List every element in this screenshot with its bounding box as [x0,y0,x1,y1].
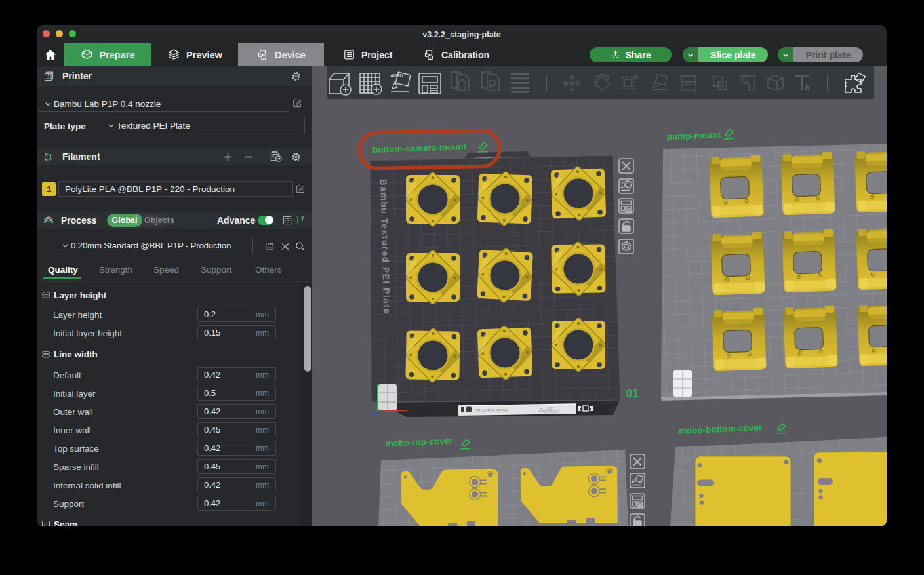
svg-text:pump-mount: pump-mount [667,130,721,142]
svg-text:mobo-bottom-cover: mobo-bottom-cover [678,422,763,436]
svg-text:AUTO: AUTO [390,73,403,78]
svg-text:01: 01 [626,387,638,399]
svg-text:bottom-camera-mount: bottom-camera-mount [372,142,467,155]
svg-text:PLA/IBG PETG: PLA/IBG PETG [476,408,508,413]
svg-text:CONNECT: CONNECT [544,410,560,414]
svg-text:mobo-top-cover: mobo-top-cover [385,435,453,448]
svg-text:a: a [805,82,810,92]
svg-text:AUTO: AUTO [621,181,630,184]
